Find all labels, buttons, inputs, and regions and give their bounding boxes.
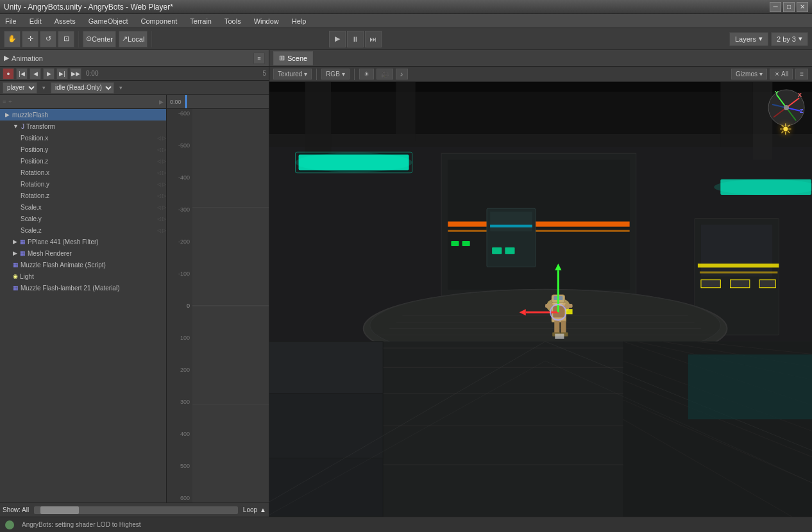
camera-toggle[interactable]: 🎥 [376, 69, 393, 79]
scroll-thumb[interactable] [40, 506, 79, 514]
anim-record-button[interactable]: ● [3, 68, 14, 79]
window-controls[interactable]: ─ □ ✕ [770, 2, 808, 12]
scroll-right-icon: ▶ [159, 99, 164, 105]
menu-assets[interactable]: Assets [52, 16, 78, 26]
add-curve-button[interactable]: ▲ [260, 506, 266, 513]
audio-toggle[interactable]: ♪ [396, 69, 408, 79]
svg-rect-10 [305, 82, 331, 153]
scene-tab[interactable]: ⊞ Scene [273, 51, 313, 65]
main-toolbar: ✋ ✛ ↺ ⊡ ⊙ Center ↗ Local ▶ ⏸ ⏭ Layers ▾ … [0, 28, 812, 50]
scale-tool[interactable]: ⊡ [58, 31, 74, 47]
move-tool[interactable]: ✛ [22, 31, 38, 47]
status-message: AngryBots: setting shader LOD to Highest [22, 521, 141, 528]
camera-icon: 🎥 [381, 71, 389, 78]
timeline-ruler: 0:00 [167, 95, 269, 108]
lighting-toggle[interactable]: ☀ [359, 69, 374, 79]
tree-item-transform[interactable]: ▼ J Transform [0, 121, 166, 132]
tree-item-label: Muzzle Flash-lambert 21 (Material) [21, 285, 120, 292]
scene-toolbar: Textured ▾ RGB ▾ ☀ 🎥 ♪ Gizmos ▾ [269, 67, 812, 82]
tree-item-meshfilter[interactable]: ▶ ▦ PPlane 441 (Mesh Filter) [0, 236, 166, 247]
menu-edit[interactable]: Edit [27, 16, 44, 26]
scroll-bar[interactable] [34, 506, 238, 514]
menu-help[interactable]: Help [289, 16, 309, 26]
tree-item-light[interactable]: ◉ Light [0, 270, 166, 282]
svg-rect-70 [564, 304, 572, 308]
svg-rect-22 [448, 222, 629, 227]
menu-gameobject[interactable]: GameObject [86, 16, 131, 26]
all-icon: ☀ [774, 71, 780, 78]
tl-num-neg100: -100 [167, 270, 192, 277]
color-mode-dropdown[interactable]: RGB ▾ [321, 69, 349, 79]
svg-rect-12 [720, 82, 753, 147]
maximize-button[interactable]: □ [783, 2, 795, 12]
anim-last-button[interactable]: ▶▶ [70, 68, 81, 79]
step-button[interactable]: ⏭ [365, 31, 382, 47]
play-button[interactable]: ▶ [329, 31, 346, 47]
tree-item-meshrenderer[interactable]: ▶ ▦ Mesh Renderer [0, 247, 166, 259]
title-bar: Unity - AngryBots.unity - AngryBots - We… [0, 0, 812, 14]
menu-window[interactable]: Window [251, 16, 282, 26]
svg-rect-25 [462, 241, 470, 246]
scroll-indicator: ◁ ▷ [157, 216, 166, 222]
scene-menu-button[interactable]: ≡ [795, 69, 808, 79]
close-button[interactable]: ✕ [797, 2, 808, 12]
renderer-icon: ▦ [20, 250, 26, 256]
all-layers-button[interactable]: ☀ All [770, 69, 793, 79]
tree-item-script[interactable]: ▦ Muzzle Flash Animate (Script) [0, 259, 166, 270]
tree-item-posy[interactable]: Position.y ◁ ▷ [0, 144, 166, 155]
rotate-tool[interactable]: ↺ [40, 31, 56, 47]
svg-rect-86 [688, 354, 812, 419]
anim-menu-button[interactable]: ≡ [253, 53, 265, 64]
svg-text:Y: Y [775, 90, 779, 96]
scene-viewport[interactable]: X Y Z ☀ [269, 82, 812, 517]
player-select[interactable]: player [3, 82, 37, 94]
timeline-left-header: ≡ + ▶ [0, 95, 167, 108]
pause-button[interactable]: ⏸ [347, 31, 364, 47]
anim-frame-counter: 0:00 [86, 70, 98, 77]
layers-dropdown[interactable]: Layers ▾ [729, 32, 768, 46]
tree-item-scalez[interactable]: Scale.z ◁ ▷ [0, 224, 166, 236]
tree-item-rotz[interactable]: Rotation.z ◁ ▷ [0, 190, 166, 201]
layout-dropdown[interactable]: 2 by 3 ▾ [771, 32, 808, 46]
scene-toolbar-sep1 [316, 69, 317, 80]
menu-terrain[interactable]: Terrain [187, 16, 214, 26]
svg-rect-23 [448, 230, 629, 232]
svg-point-94 [784, 105, 789, 110]
anim-play-button[interactable]: ▶ [43, 68, 55, 79]
anim-next-button[interactable]: ▶| [56, 68, 68, 79]
tree-item-material[interactable]: ▦ Muzzle Flash-lambert 21 (Material) [0, 282, 166, 294]
tree-item-scaley[interactable]: Scale.y ◁ ▷ [0, 213, 166, 224]
scene-toolbar-sep2 [354, 69, 355, 80]
local-global-button[interactable]: ↗ Local [119, 31, 148, 47]
tree-item-rotx[interactable]: Rotation.x ◁ ▷ [0, 167, 166, 178]
svg-rect-52 [269, 458, 383, 517]
hand-tool[interactable]: ✋ [4, 31, 21, 47]
anim-first-button[interactable]: |◀ [16, 68, 28, 79]
menu-file[interactable]: File [3, 16, 19, 26]
center-label: Center [92, 35, 113, 43]
svg-rect-50 [269, 342, 383, 394]
svg-text:0:00: 0:00 [170, 99, 182, 105]
scene-background: X Y Z ☀ [269, 82, 812, 517]
menu-tools[interactable]: Tools [222, 16, 244, 26]
tree-item-scalex[interactable]: Scale.x ◁ ▷ [0, 201, 166, 213]
scroll-indicator: ◁ ▷ [157, 228, 166, 233]
clip-select[interactable]: idle (Read-Only) [51, 82, 114, 94]
tl-num-neg500: -500 [167, 142, 192, 149]
tree-item-posz[interactable]: Position.z ◁ ▷ [0, 155, 166, 167]
tl-num-400: 400 [167, 431, 192, 437]
scroll-indicator: ◁ ▷ [157, 193, 166, 199]
anim-prev-button[interactable]: ◀ [30, 68, 41, 79]
tree-item-posx[interactable]: Position.x ◁ ▷ [0, 132, 166, 144]
timeline-body: ▶ muzzleFlash ▼ J Transform Position.x ◁… [0, 109, 269, 503]
gizmos-button[interactable]: Gizmos ▾ [731, 69, 767, 79]
pivot-center-button[interactable]: ⊙ Center [83, 31, 116, 47]
layers-label: Layers [735, 35, 756, 43]
menu-component[interactable]: Component [138, 16, 180, 26]
svg-rect-35 [701, 280, 720, 288]
tl-num-300: 300 [167, 399, 192, 405]
tree-item-roty[interactable]: Rotation.y ◁ ▷ [0, 178, 166, 190]
tree-item-muzzleflash[interactable]: ▶ muzzleFlash [0, 109, 166, 121]
minimize-button[interactable]: ─ [770, 2, 781, 12]
render-mode-dropdown[interactable]: Textured ▾ [273, 69, 312, 79]
